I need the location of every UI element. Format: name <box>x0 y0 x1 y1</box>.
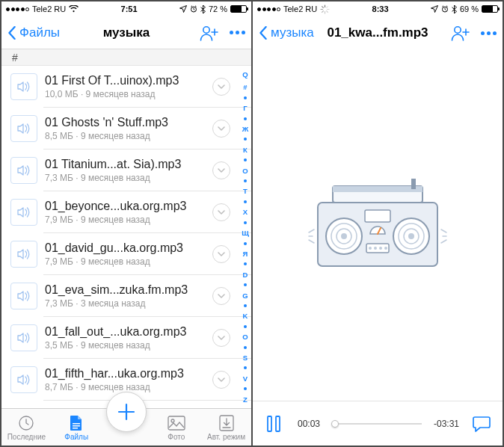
row-more-button[interactable] <box>212 161 230 179</box>
row-more-button[interactable] <box>212 203 230 221</box>
tab-label: Последние <box>7 433 46 441</box>
bluetooth-icon <box>200 5 206 13</box>
svg-rect-3 <box>73 423 80 425</box>
file-name: 01 First Of T...uinox).mp3 <box>45 74 212 87</box>
index-dot[interactable] <box>244 262 247 265</box>
comments-button[interactable] <box>471 413 492 434</box>
index-strip[interactable]: Q#ГЖКОТХЩЯDGKOSVZ <box>240 67 251 407</box>
svg-point-1 <box>203 26 209 32</box>
file-row[interactable]: 01_fall_out_...uka.org.mp33,5 МБ · 9 мес… <box>1 317 251 359</box>
index-dot[interactable] <box>244 138 247 141</box>
alarm-icon <box>190 5 197 13</box>
file-row[interactable]: 01_david_gu...ka.org.mp37,9 МБ · 9 месяц… <box>1 233 251 275</box>
index-dot[interactable] <box>244 221 247 224</box>
plus-icon <box>117 402 136 422</box>
pause-button[interactable] <box>263 413 284 434</box>
index-letter[interactable]: K <box>243 312 248 320</box>
file-name: 01_fifth_har...uka.org.mp3 <box>45 367 212 380</box>
index-dot[interactable] <box>244 179 247 182</box>
index-letter[interactable]: G <box>242 292 248 300</box>
player-controls: 00:03 -03:31 <box>253 401 503 446</box>
index-letter[interactable]: O <box>242 333 248 341</box>
audio-file-icon <box>10 283 37 309</box>
index-dot[interactable] <box>244 387 247 390</box>
index-dot[interactable] <box>244 346 247 349</box>
fab-add[interactable] <box>106 392 147 432</box>
file-meta: 8,7 МБ · 9 месяцев назад <box>45 382 212 392</box>
svg-rect-6 <box>168 416 185 430</box>
file-row[interactable]: 01_beyonce...uka.org.mp37,9 МБ · 9 месяц… <box>1 191 251 233</box>
index-letter[interactable]: Ж <box>242 125 249 133</box>
index-letter[interactable]: V <box>243 374 248 383</box>
add-user-icon[interactable] <box>200 25 219 41</box>
index-dot[interactable] <box>244 325 247 328</box>
file-meta: 7,9 МБ · 9 месяцев назад <box>45 215 212 225</box>
index-dot[interactable] <box>244 242 247 245</box>
index-letter[interactable]: D <box>243 271 248 279</box>
more-button[interactable] <box>481 31 497 35</box>
clock: 8:33 <box>372 4 389 13</box>
tab-label: Фото <box>168 433 185 441</box>
row-more-button[interactable] <box>212 371 230 389</box>
add-user-icon[interactable] <box>451 25 470 41</box>
row-more-button[interactable] <box>212 287 230 305</box>
index-letter[interactable]: Х <box>243 208 248 216</box>
index-dot[interactable] <box>244 200 247 203</box>
audio-file-icon <box>10 199 37 226</box>
index-letter[interactable]: Г <box>243 104 247 112</box>
file-text: 01_fall_out_...uka.org.mp33,5 МБ · 9 мес… <box>45 325 212 351</box>
index-letter[interactable]: S <box>243 354 248 362</box>
index-letter[interactable]: О <box>242 167 248 175</box>
file-row[interactable]: 01 Ghosts 'n' Stuff.mp38,5 МБ · 9 месяце… <box>1 108 251 149</box>
pause-icon <box>267 416 280 432</box>
row-more-button[interactable] <box>212 78 230 96</box>
row-more-button[interactable] <box>212 329 230 347</box>
index-dot[interactable] <box>244 366 247 369</box>
index-letter[interactable]: Я <box>243 250 248 258</box>
index-letter[interactable]: К <box>243 146 248 154</box>
file-name: 01_beyonce...uka.org.mp3 <box>45 200 212 213</box>
status-bar: Tele2 RU 8:33 69 % <box>253 1 503 16</box>
photo-icon <box>168 414 185 432</box>
more-button[interactable] <box>230 31 245 34</box>
chevron-left-icon <box>259 26 268 40</box>
file-text: 01_fifth_har...uka.org.mp38,7 МБ · 9 мес… <box>45 367 212 392</box>
back-button[interactable]: музыка <box>259 25 314 40</box>
battery-pct: 69 % <box>460 4 479 13</box>
index-dot[interactable] <box>244 117 247 120</box>
index-dot[interactable] <box>244 96 247 99</box>
index-letter[interactable]: Q <box>242 70 248 78</box>
tab-files[interactable]: Файлы <box>52 414 101 441</box>
index-letter[interactable]: Т <box>243 187 248 195</box>
tab-auto[interactable]: Авт. режим <box>202 414 251 441</box>
index-dot[interactable] <box>244 283 247 286</box>
chat-icon <box>473 416 491 432</box>
index-dot[interactable] <box>244 304 247 307</box>
loading-icon <box>320 4 330 14</box>
index-letter[interactable]: # <box>243 83 247 91</box>
file-row[interactable]: 01_eva_sim...zuka.fm.mp37,3 МБ · 3 месяц… <box>1 275 251 317</box>
index-letter[interactable]: Щ <box>242 229 249 237</box>
file-icon <box>67 414 85 432</box>
signal-dots <box>6 7 29 11</box>
file-text: 01_eva_sim...zuka.fm.mp37,3 МБ · 3 месяц… <box>45 283 212 309</box>
svg-rect-4 <box>73 425 80 427</box>
index-letter[interactable]: Z <box>243 395 248 404</box>
file-meta: 7,9 МБ · 9 месяцев назад <box>45 256 212 267</box>
audio-file-icon <box>10 157 37 184</box>
tab-recent[interactable]: Последние <box>1 414 51 441</box>
file-row[interactable]: 01 Titanium...at. Sia).mp37,3 МБ · 9 мес… <box>1 149 251 191</box>
back-label: музыка <box>271 25 314 40</box>
file-list[interactable]: 01 First Of T...uinox).mp310,0 МБ · 9 ме… <box>1 66 251 408</box>
nav-bar: музыка 01_kwa...fm.mp3 <box>253 16 503 49</box>
seek-slider[interactable] <box>334 416 422 431</box>
boombox-icon <box>307 173 449 277</box>
svg-rect-14 <box>411 179 416 189</box>
row-more-button[interactable] <box>212 120 230 138</box>
back-button[interactable]: Файлы <box>7 25 60 40</box>
file-row[interactable]: 01 First Of T...uinox).mp310,0 МБ · 9 ме… <box>1 66 251 108</box>
tab-photos[interactable]: Фото <box>152 414 201 441</box>
index-dot[interactable] <box>244 158 247 161</box>
file-meta: 7,3 МБ · 9 месяцев назад <box>45 173 212 183</box>
row-more-button[interactable] <box>212 245 230 263</box>
